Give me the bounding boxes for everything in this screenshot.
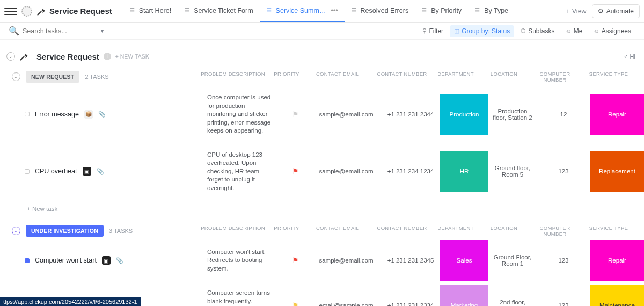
cell-department: Production bbox=[440, 94, 488, 135]
search-input[interactable] bbox=[23, 27, 98, 35]
group-toggle-icon[interactable]: ⌄ bbox=[12, 72, 20, 81]
tab-by-type[interactable]: By Type bbox=[468, 0, 515, 22]
svg-rect-8 bbox=[267, 12, 271, 12]
col-comp[interactable]: COMPUTER NUMBER bbox=[528, 225, 582, 237]
col-priority[interactable]: PRIORITY bbox=[270, 225, 303, 237]
status-square-icon[interactable] bbox=[25, 169, 30, 174]
cell-priority[interactable]: ⚑ bbox=[279, 94, 311, 135]
tab-label: Service Summ… bbox=[276, 7, 326, 14]
automate-button[interactable]: ⚙Automate bbox=[592, 4, 640, 18]
cell-number: +1 231 231 2345 bbox=[381, 240, 440, 281]
assignees-button[interactable]: ☺Assignees bbox=[589, 25, 635, 37]
hammer-icon bbox=[36, 6, 46, 16]
col-email[interactable]: CONTACT EMAIL bbox=[303, 225, 372, 237]
task-title[interactable]: Error message bbox=[35, 111, 79, 118]
svg-rect-3 bbox=[185, 8, 189, 9]
col-dept[interactable]: DEPARTMENT bbox=[431, 71, 480, 83]
list-icon bbox=[266, 7, 273, 14]
cell-service-type: Maintenance bbox=[590, 285, 644, 306]
cell-description: CPU of desktop 123 overheated. Upon chec… bbox=[204, 143, 279, 200]
view-tabs: Start Here!Service Ticket FormService Su… bbox=[123, 0, 561, 22]
cell-email: sample@email.com bbox=[311, 94, 381, 135]
col-email[interactable]: CONTACT EMAIL bbox=[303, 71, 372, 83]
more-icon[interactable]: ••• bbox=[331, 7, 338, 14]
status-pill[interactable]: NEW REQUEST bbox=[26, 71, 79, 83]
search-box[interactable]: 🔍 ▾ bbox=[9, 26, 418, 36]
task-title[interactable]: CPU overheat bbox=[35, 167, 77, 175]
task-row[interactable]: Computer won't start▣📎Computer won't sta… bbox=[0, 240, 644, 281]
col-svc[interactable]: SERVICE TYPE bbox=[582, 225, 635, 237]
column-headers: PROBLEM DESCRIPTIONPRIORITYCONTACT EMAIL… bbox=[195, 225, 635, 237]
chevron-down-icon[interactable]: ▾ bbox=[101, 28, 104, 34]
svg-rect-17 bbox=[475, 12, 480, 12]
add-view-button[interactable]: +View bbox=[560, 8, 591, 15]
attachment-icon[interactable]: 📎 bbox=[97, 168, 104, 175]
package-icon: 📦 bbox=[84, 110, 93, 119]
flag-icon: ⚑ bbox=[292, 301, 299, 306]
task-title[interactable]: Computer won't start bbox=[35, 257, 97, 264]
plus-icon: + bbox=[566, 8, 569, 15]
new-task-link[interactable]: + New task bbox=[0, 200, 644, 220]
me-label: Me bbox=[574, 27, 583, 35]
col-desc[interactable]: PROBLEM DESCRIPTION bbox=[195, 225, 270, 237]
attachment-icon[interactable]: 📎 bbox=[98, 111, 106, 118]
attachment-icon[interactable]: 📎 bbox=[116, 257, 123, 264]
col-priority[interactable]: PRIORITY bbox=[270, 71, 303, 83]
flag-icon: ⚑ bbox=[292, 110, 299, 119]
filter-button[interactable]: ⚲Filter bbox=[418, 25, 448, 37]
cell-location: Ground Floor, Room 1 bbox=[488, 240, 537, 281]
tab-service-summ-[interactable]: Service Summ…••• bbox=[260, 0, 345, 22]
col-location[interactable]: LOCATION bbox=[480, 225, 528, 237]
me-button[interactable]: ☺Me bbox=[561, 25, 587, 37]
hide-button[interactable]: ✓Hi bbox=[624, 53, 635, 60]
task-row[interactable]: CPU overheat▣📎CPU of desktop 123 overhea… bbox=[0, 143, 644, 201]
col-desc[interactable]: PROBLEM DESCRIPTION bbox=[195, 71, 270, 83]
list-title: Service Request bbox=[36, 52, 99, 61]
svg-rect-13 bbox=[422, 10, 427, 10]
tab-label: Service Ticket Form bbox=[194, 7, 253, 14]
col-dept[interactable]: DEPARTMENT bbox=[431, 225, 480, 237]
svg-rect-5 bbox=[185, 12, 189, 12]
col-number[interactable]: CONTACT NUMBER bbox=[372, 225, 431, 237]
group-toggle-icon[interactable]: ⌄ bbox=[12, 227, 20, 235]
group-by-button[interactable]: ◫Group by: Status bbox=[450, 25, 514, 37]
svg-rect-9 bbox=[352, 8, 356, 9]
terminal-icon: ▣ bbox=[83, 167, 91, 176]
status-square-icon[interactable] bbox=[25, 112, 30, 116]
group-by-label: Group by: Status bbox=[462, 27, 510, 35]
col-svc[interactable]: SERVICE TYPE bbox=[582, 71, 635, 83]
status-square-icon[interactable] bbox=[25, 258, 30, 263]
cell-priority[interactable]: ⚑ bbox=[279, 285, 311, 306]
task-left: Computer won't start▣📎 bbox=[0, 240, 193, 281]
cell-number: +1 231 234 1234 bbox=[381, 151, 440, 192]
group-header: ⌄NEW REQUEST2 TASKSPROBLEM DESCRIPTIONPR… bbox=[0, 65, 644, 86]
cell-email: sample@email.com bbox=[311, 240, 381, 281]
info-icon[interactable]: i bbox=[104, 53, 111, 60]
robot-icon: ⚙ bbox=[598, 8, 604, 15]
col-location[interactable]: LOCATION bbox=[480, 71, 528, 83]
menu-icon[interactable] bbox=[4, 5, 17, 18]
cell-priority[interactable]: ⚑ bbox=[279, 240, 311, 281]
tab-start-here-[interactable]: Start Here! bbox=[123, 0, 178, 22]
subtasks-button[interactable]: ⌬Subtasks bbox=[516, 25, 559, 37]
tab-service-ticket-form[interactable]: Service Ticket Form bbox=[178, 0, 259, 22]
collapse-all-icon[interactable]: ⌄ bbox=[6, 52, 15, 61]
list-icon bbox=[421, 7, 428, 14]
loading-icon bbox=[21, 6, 32, 17]
cell-department: Marketing bbox=[440, 285, 488, 306]
status-url: ttps://app.clickup.com/20542222/v/l/6-20… bbox=[0, 297, 141, 306]
tab-resolved-errors[interactable]: Resolved Errors bbox=[345, 0, 415, 22]
col-comp[interactable]: COMPUTER NUMBER bbox=[528, 71, 582, 83]
task-row[interactable]: Error message📦📎Once computer is used for… bbox=[0, 86, 644, 143]
svg-rect-11 bbox=[352, 12, 356, 12]
hammer-icon bbox=[19, 52, 29, 61]
cell-computer-number: 123 bbox=[537, 151, 590, 192]
cell-service-type: Repair bbox=[590, 94, 644, 135]
status-pill[interactable]: UNDER INVESTIGATION bbox=[26, 225, 104, 237]
list-icon bbox=[474, 7, 481, 14]
cell-priority[interactable]: ⚑ bbox=[279, 151, 311, 192]
tab-by-priority[interactable]: By Priority bbox=[415, 0, 468, 22]
task-left: Error message📦📎 bbox=[0, 86, 193, 143]
new-task-button[interactable]: + NEW TASK bbox=[115, 53, 149, 60]
col-number[interactable]: CONTACT NUMBER bbox=[372, 71, 431, 83]
